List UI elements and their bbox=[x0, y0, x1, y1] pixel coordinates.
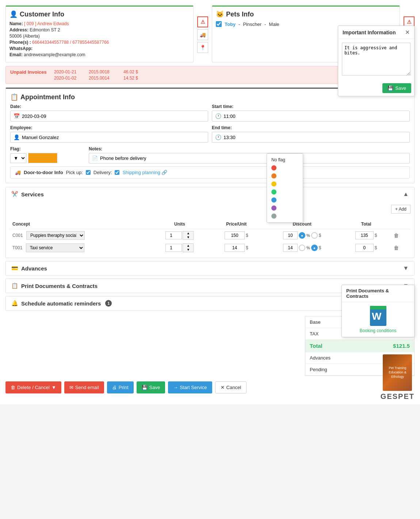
flag-group: Flag: ▼ bbox=[10, 146, 83, 163]
flag-no-flag[interactable]: No flag bbox=[269, 156, 301, 164]
total-input-t001[interactable] bbox=[355, 244, 374, 252]
appointment-icon: 📋 bbox=[10, 93, 18, 101]
print-docs-popup: Print Documents & Contracts W Booking co… bbox=[341, 285, 415, 337]
col-concept: Concept bbox=[9, 219, 149, 229]
delete-row-c001[interactable]: 🗑 bbox=[394, 232, 399, 238]
units-stepper-t001[interactable]: ▲ ▼ bbox=[183, 243, 194, 252]
flag-dot-yellow bbox=[271, 181, 276, 187]
customer-phones-row: Phone(s) : 666443344557788 / 67785544558… bbox=[9, 40, 190, 45]
start-time-label: Start time: bbox=[212, 104, 410, 109]
service-code-t001: T001 bbox=[12, 245, 22, 250]
send-email-button[interactable]: ✉ Send email bbox=[64, 381, 104, 393]
end-time-input[interactable] bbox=[224, 135, 406, 140]
branding-text: GESPET bbox=[381, 392, 415, 401]
date-input[interactable] bbox=[22, 114, 205, 119]
end-time-label: End time: bbox=[212, 125, 410, 130]
discount-input-t001[interactable] bbox=[283, 244, 298, 252]
flag-green[interactable] bbox=[269, 188, 301, 196]
delete-row-t001[interactable]: 🗑 bbox=[394, 245, 399, 251]
dollar-radio-t001[interactable]: ● bbox=[311, 245, 318, 251]
date-input-wrapper: 📅 bbox=[10, 111, 208, 122]
notes-input[interactable] bbox=[100, 155, 406, 161]
customer-alert-button[interactable]: ⚠ bbox=[197, 16, 208, 27]
start-service-button[interactable]: → Start Service bbox=[168, 381, 212, 393]
advances-title: 💳 Advances bbox=[11, 265, 47, 272]
shipping-planning-link[interactable]: Shipping planning 🔗 bbox=[122, 170, 167, 175]
date-group: Date: 📅 bbox=[10, 104, 208, 122]
modal-save-button[interactable]: 💾 Save bbox=[382, 83, 411, 93]
modal-title: Important Information bbox=[343, 30, 396, 35]
summary-total-row: Total $121.5 bbox=[305, 340, 414, 352]
col-total: Total bbox=[341, 219, 391, 229]
employee-input-wrapper: 👤 bbox=[10, 132, 208, 143]
services-section: ✂️ Services ▲ + Add Concept Units Price/… bbox=[5, 187, 415, 258]
save-button[interactable]: 💾 Save bbox=[137, 381, 165, 393]
modal-close-button[interactable]: ✕ bbox=[405, 29, 410, 36]
unpaid-data: 2020-01-21 2015.0018 46.02 $ 2020-01-02 … bbox=[54, 69, 153, 81]
units-input-t001[interactable] bbox=[165, 244, 182, 252]
customer-email-row: Email: andrewexample@example.com bbox=[9, 52, 190, 57]
important-info-textarea[interactable]: It is aggressive and bites. bbox=[342, 43, 411, 76]
appointment-section: 📋 Appointment Info Date: 📅 Start time: 🕐… bbox=[5, 88, 415, 183]
discount-input-c001[interactable] bbox=[283, 231, 298, 239]
doc-label-booking[interactable]: Booking conditions bbox=[360, 328, 397, 333]
flag-yellow[interactable] bbox=[269, 180, 301, 188]
flag-dropdown[interactable]: ▼ bbox=[10, 153, 26, 163]
employee-icon: 👤 bbox=[14, 134, 20, 140]
flag-orange[interactable] bbox=[269, 172, 301, 180]
delivery-checkbox[interactable] bbox=[115, 170, 119, 175]
price-input-c001[interactable] bbox=[225, 231, 245, 239]
employee-input[interactable] bbox=[22, 135, 205, 140]
service-concept-c001[interactable]: Puppies theraphy socialization bbox=[26, 231, 85, 240]
end-time-input-wrapper: 🕐 bbox=[212, 132, 410, 143]
service-concept-t001[interactable]: Taxi service bbox=[26, 243, 84, 252]
customer-address-row: Address: Edmonton ST 2 bbox=[9, 27, 190, 32]
flag-red[interactable] bbox=[269, 164, 301, 172]
print-button[interactable]: 🖨 Print bbox=[107, 381, 134, 393]
notes-icon: 📄 bbox=[92, 155, 98, 161]
total-input-c001[interactable] bbox=[355, 231, 374, 239]
save-icon: 💾 bbox=[142, 385, 148, 390]
services-header[interactable]: ✂️ Services ▲ bbox=[6, 187, 414, 201]
advances-header[interactable]: 💳 Advances ▼ bbox=[6, 261, 414, 275]
modal-header: Important Information ✕ bbox=[338, 26, 414, 39]
print-icon: 🖨 bbox=[112, 385, 117, 390]
services-title: ✂️ Services bbox=[11, 191, 44, 197]
customer-location-button[interactable]: 📍 bbox=[197, 42, 208, 53]
flag-blue[interactable] bbox=[269, 196, 301, 204]
flag-popup: No flag bbox=[267, 153, 303, 223]
start-time-input[interactable] bbox=[224, 114, 406, 119]
add-service-button[interactable]: + Add bbox=[391, 205, 411, 214]
flag-dot-red bbox=[271, 165, 276, 170]
customer-truck-button[interactable]: 🚚 bbox=[197, 29, 208, 40]
flag-purple[interactable] bbox=[269, 204, 301, 212]
doc-icon-word[interactable]: W bbox=[370, 306, 386, 326]
appointment-form: Date: 📅 Start time: 🕐 Employee: 👤 bbox=[10, 104, 410, 143]
pickup-checkbox[interactable] bbox=[86, 170, 91, 175]
flag-dot-green bbox=[271, 189, 276, 195]
units-input-c001[interactable] bbox=[165, 231, 182, 239]
percent-radio-t001[interactable] bbox=[299, 245, 305, 251]
customer-city-row: 50006 (Alberta) bbox=[9, 34, 190, 39]
delivery-label: Delivery: bbox=[93, 170, 112, 175]
flag-color-box[interactable] bbox=[28, 153, 57, 163]
unpaid-row-1: 2020-01-21 2015.0018 46.02 $ bbox=[54, 69, 153, 74]
pickup-label: Pick up: bbox=[66, 170, 83, 175]
flag-gray[interactable] bbox=[269, 212, 301, 220]
flag-dot-orange bbox=[271, 173, 276, 178]
customer-whatsapp-row: WhatsApp: bbox=[9, 46, 190, 51]
person-icon: 👤 bbox=[9, 10, 18, 18]
customer-action-buttons: ⚠ 🚚 📍 bbox=[197, 5, 208, 62]
bell-icon: 🔔 bbox=[11, 300, 18, 307]
service-code-c001: C001 bbox=[12, 233, 23, 238]
cancel-button[interactable]: ✕ Cancel bbox=[215, 381, 247, 393]
pet-checkbox[interactable] bbox=[216, 21, 222, 27]
percent-radio-c001[interactable]: ● bbox=[299, 232, 305, 239]
dollar-radio-c001[interactable] bbox=[311, 232, 318, 239]
price-input-t001[interactable] bbox=[225, 244, 245, 252]
calendar-icon: 📅 bbox=[14, 113, 20, 119]
branding-image: Pet TrainingEducation & Ethology bbox=[383, 354, 412, 391]
bottom-action-buttons: 🗑 Delete / Cancel ▼ ✉ Send email 🖨 Print… bbox=[5, 376, 415, 399]
delete-cancel-button[interactable]: 🗑 Delete / Cancel ▼ bbox=[5, 381, 61, 393]
units-stepper-c001[interactable]: ▲ ▼ bbox=[183, 231, 194, 240]
